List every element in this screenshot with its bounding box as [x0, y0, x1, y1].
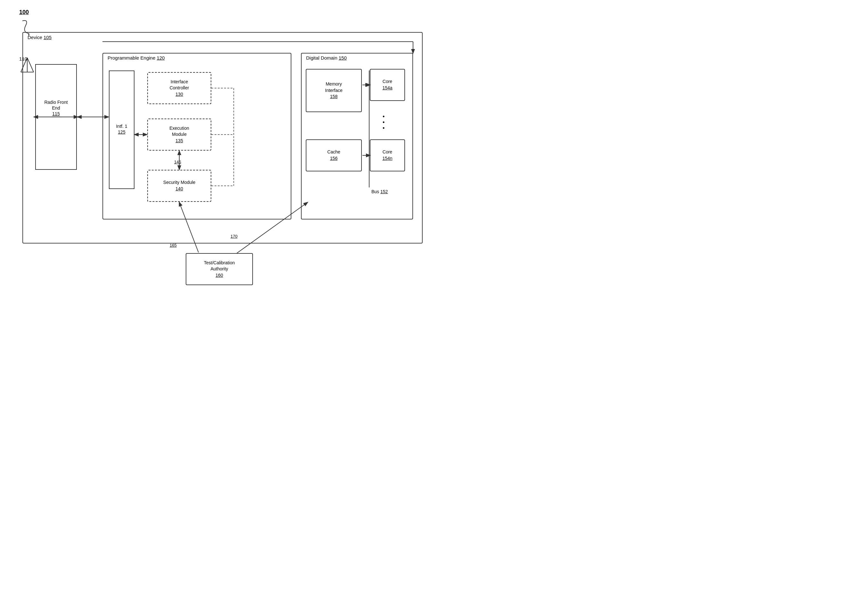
intf1-label: Intf. 1 125: [110, 123, 134, 135]
radio-front-end-box: [35, 64, 77, 170]
radio-front-end-number: 115: [52, 111, 60, 116]
label-165: 165: [170, 243, 177, 248]
bus-label: Bus 152: [371, 189, 388, 194]
dots-between-cores: •••: [383, 114, 385, 131]
intf1-number: 125: [118, 129, 125, 135]
tca-number: 160: [216, 273, 223, 278]
tca-text: Test/Calibration Authority: [204, 260, 235, 272]
core-a-number: 154a: [382, 85, 392, 91]
label-165-text: 165: [170, 243, 177, 248]
label-170-text: 170: [231, 234, 237, 239]
figure-number-text: 100: [19, 9, 29, 15]
label-145: 145: [174, 160, 181, 164]
cache-number: 156: [330, 156, 337, 161]
core-n-label: Core 154n: [382, 149, 392, 161]
device-label: Device 105: [28, 35, 52, 40]
mi-label: Memory Interface 158: [325, 81, 342, 100]
sm-number: 140: [176, 186, 183, 191]
interface-controller-box: Interface Controller 130: [147, 72, 211, 104]
execution-module-box: Execution Module 135: [147, 118, 211, 150]
label-170: 170: [231, 234, 237, 239]
mi-number: 158: [330, 94, 337, 99]
ic-number: 130: [176, 92, 183, 97]
core-a-text: Core: [383, 79, 392, 84]
digital-domain-label: Digital Domain 150: [306, 55, 347, 61]
cache-text: Cache: [327, 149, 340, 154]
core-a-box: Core 154a: [370, 69, 405, 101]
bus-text: Bus: [371, 189, 379, 194]
tca-label: Test/Calibration Authority 160: [204, 260, 235, 279]
security-module-box: Security Module 140: [147, 170, 211, 202]
dd-label-text: Digital Domain: [306, 55, 337, 61]
core-a-label: Core 154a: [382, 78, 392, 91]
em-label: Execution Module 135: [169, 125, 189, 144]
test-calibration-box: Test/Calibration Authority 160: [186, 253, 253, 285]
pe-label-text: Programmable Engine: [107, 55, 155, 61]
cache-label: Cache 156: [327, 149, 340, 161]
em-text: Execution Module: [169, 126, 189, 137]
figure-number: 100: [19, 9, 29, 16]
programmable-engine-label: Programmable Engine 120: [107, 55, 165, 61]
mi-text: Memory Interface: [325, 81, 342, 93]
memory-interface-box: Memory Interface 158: [306, 69, 362, 112]
pe-number: 120: [156, 55, 165, 61]
bus-number: 152: [380, 189, 388, 194]
device-label-text: Device: [28, 35, 42, 40]
sm-text: Security Module: [163, 180, 195, 185]
ic-label: Interface Controller 130: [170, 79, 189, 98]
cache-box: Cache 156: [306, 139, 362, 171]
core-n-number: 154n: [382, 156, 392, 161]
label-145-text: 145: [174, 160, 181, 164]
intf1-text: Intf. 1: [116, 124, 127, 129]
radio-front-end-text: Radio Front End: [44, 100, 67, 111]
radio-front-end-label: Radio Front End 115: [37, 99, 75, 117]
dd-number: 150: [339, 55, 347, 61]
ic-text: Interface Controller: [170, 79, 189, 91]
device-number: 105: [44, 35, 52, 40]
diagram-container: 100 110 Device 105 Radio Front End 115 P…: [0, 0, 434, 301]
core-n-box: Core 154n: [370, 139, 405, 171]
em-number: 135: [176, 138, 183, 143]
core-n-text: Core: [383, 149, 392, 154]
sm-label: Security Module 140: [163, 180, 195, 192]
